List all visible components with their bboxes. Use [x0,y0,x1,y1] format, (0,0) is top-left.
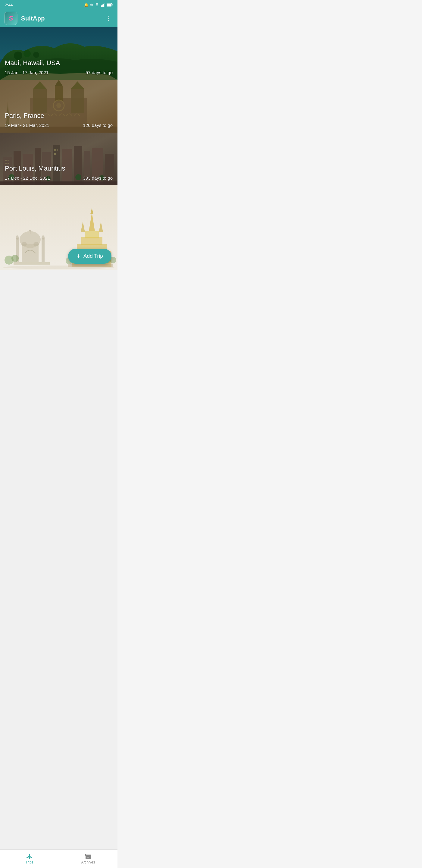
trip-dates-row-hawaii: 15 Jan - 17 Jan, 2021 57 days to go [5,70,112,75]
status-time: 7:44 [5,3,13,7]
trip-destination-mauritius: Port Louis, Mauritius [5,164,112,173]
svg-rect-55 [41,238,44,262]
svg-rect-1 [102,4,103,7]
svg-rect-66 [81,237,102,245]
svg-rect-52 [22,244,38,262]
svg-point-57 [21,242,27,246]
trip-dates-paris: 19 Mar - 21 Mar, 2021 [5,123,50,128]
trip-card-mauritius[interactable]: Port Louis, Mauritius 17 Dec - 22 Dec, 2… [0,133,118,185]
status-bar: 7:44 🔔 ⊕ [0,0,118,10]
main-content: Maui, Hawaii, USA 15 Jan - 17 Jan, 2021 … [0,27,118,850]
more-menu-button[interactable]: ⋮ [104,13,113,24]
add-trip-label: Add Trip [84,253,103,259]
svg-point-62 [11,255,19,262]
svg-rect-6 [107,4,111,6]
svg-point-54 [16,236,19,240]
svg-rect-2 [103,4,104,7]
trip-countdown-hawaii: 57 days to go [86,70,112,75]
svg-rect-5 [112,4,112,6]
trip-countdown-paris: 120 days to go [83,123,112,128]
trip-dates-mauritius: 17 Dec - 22 Dec, 2021 [5,176,50,181]
battery-icon [107,3,112,7]
svg-point-76 [3,266,115,269]
trip-destination-hawaii: Maui, Hawaii, USA [5,59,112,67]
vpn-icon: ⊕ [90,3,93,7]
trip-card-content-mauritius: Port Louis, Mauritius 17 Dec - 22 Dec, 2… [0,160,118,185]
status-icons: 🔔 ⊕ [84,3,112,7]
app-title: SuitApp [21,15,101,22]
trip-card-content-hawaii: Maui, Hawaii, USA 15 Jan - 17 Jan, 2021 … [0,55,118,80]
trip-card-hawaii[interactable]: Maui, Hawaii, USA 15 Jan - 17 Jan, 2021 … [0,27,118,80]
trip-dates-hawaii: 15 Jan - 17 Jan, 2021 [5,70,48,75]
signal-icon [101,3,105,7]
trip-countdown-mauritius: 393 days to go [83,176,112,181]
svg-rect-63 [13,262,50,265]
svg-rect-0 [101,5,102,7]
trip-destination-paris: Paris, France [5,112,112,120]
trip-card-content-paris: Paris, France 19 Mar - 21 Mar, 2021 120 … [0,107,118,133]
svg-point-58 [33,242,39,246]
svg-point-56 [41,236,44,240]
trip-dates-row-paris: 19 Mar - 21 Mar, 2021 120 days to go [5,123,112,128]
svg-rect-3 [104,3,105,7]
decorative-area: + Add Trip [0,185,118,270]
svg-rect-67 [85,231,99,239]
svg-point-60 [29,230,31,231]
wifi-icon [95,3,99,7]
trip-dates-row-mauritius: 17 Dec - 22 Dec, 2021 393 days to go [5,176,112,181]
fab-container: + Add Trip [68,249,111,264]
app-logo: S [4,12,18,25]
add-trip-button[interactable]: + Add Trip [68,249,111,264]
trip-card-paris[interactable]: Paris, France 19 Mar - 21 Mar, 2021 120 … [0,80,118,133]
app-bar: S SuitApp ⋮ [0,10,118,27]
notification-icon: 🔔 [84,3,89,7]
bottom-nav: Trips Archives [0,849,118,850]
add-trip-plus-icon: + [76,253,80,259]
